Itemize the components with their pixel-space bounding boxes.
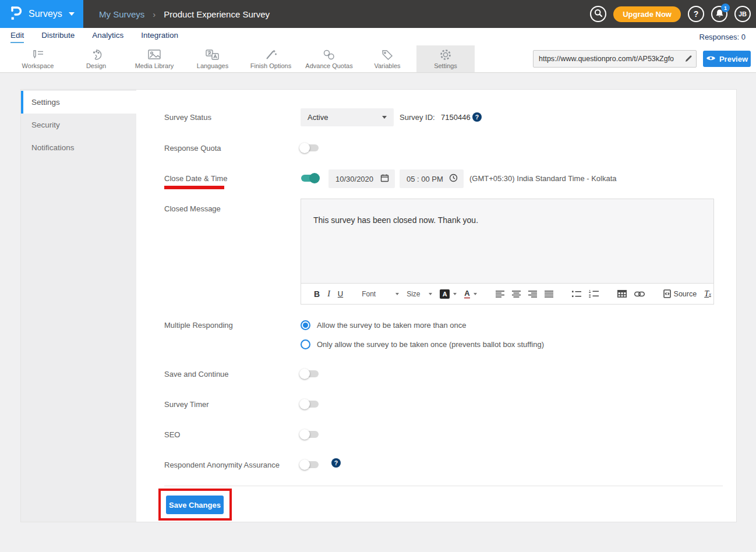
form-divider <box>164 486 723 486</box>
tab-distribute[interactable]: Distribute <box>41 31 75 43</box>
clock-icon <box>449 174 458 185</box>
notification-count-badge: 1 <box>721 3 730 12</box>
edit-toolbar: Workspace Design Media Library Languages <box>0 45 756 73</box>
survey-timer-label: Survey Timer <box>164 400 209 409</box>
close-date-toggle[interactable] <box>299 172 320 184</box>
user-avatar[interactable]: JB <box>734 6 751 22</box>
toolbar-item-variables[interactable]: Variables <box>358 45 416 72</box>
survey-timer-toggle[interactable] <box>299 398 320 410</box>
product-switcher[interactable]: Surveys <box>0 0 83 28</box>
toolbar-item-finish-options[interactable]: Finish Options <box>242 45 300 72</box>
survey-id-value: 7150446 <box>441 113 471 122</box>
sidebar-item-settings[interactable]: Settings <box>21 91 136 114</box>
align-left-icon[interactable] <box>496 291 504 298</box>
tab-analytics[interactable]: Analytics <box>92 31 123 43</box>
align-right-icon[interactable] <box>528 291 537 298</box>
closed-message-editor: This survey has been closed now. Thank y… <box>301 199 714 305</box>
remove-format-button[interactable]: Tx <box>704 289 711 299</box>
close-date-value: 10/30/2020 <box>335 175 373 183</box>
annotation-box <box>158 489 232 521</box>
tab-edit[interactable]: Edit <box>10 31 24 43</box>
survey-url-input[interactable] <box>534 55 681 63</box>
edit-url-pencil-icon[interactable] <box>681 55 696 63</box>
response-quota-label: Response Quota <box>164 144 221 153</box>
seo-toggle[interactable] <box>299 429 320 440</box>
sidebar-item-notifications[interactable]: Notifications <box>21 136 136 159</box>
toolbar-item-settings[interactable]: Settings <box>416 45 475 72</box>
toolbar-item-workspace[interactable]: Workspace <box>9 45 67 72</box>
insert-table-icon[interactable] <box>617 290 627 298</box>
toolbar-item-label: Advance Quotas <box>305 62 352 69</box>
underline-button[interactable]: U <box>338 289 343 298</box>
response-quota-toggle[interactable] <box>299 142 320 154</box>
toolbar-item-label: Media Library <box>135 62 174 69</box>
chevron-down-icon <box>429 293 432 295</box>
survey-id-label: Survey ID: <box>400 113 435 122</box>
closed-message-textarea[interactable]: This survey has been closed now. Thank y… <box>301 199 713 283</box>
toolbar-item-design[interactable]: Design <box>67 45 125 72</box>
gear-icon <box>439 49 452 61</box>
size-dropdown[interactable]: Size <box>407 290 432 298</box>
close-date-field[interactable]: 10/30/2020 <box>328 169 395 188</box>
tab-integration[interactable]: Integration <box>141 31 178 43</box>
background-color-button[interactable]: A <box>440 289 457 299</box>
toolbar-item-label: Settings <box>434 62 457 69</box>
preview-label: Preview <box>719 55 748 63</box>
image-icon <box>147 49 161 61</box>
respondent-anonymity-toggle[interactable] <box>299 459 320 470</box>
text-color-button[interactable]: A <box>464 289 476 299</box>
toolbar-item-media-library[interactable]: Media Library <box>125 45 183 72</box>
preview-button[interactable]: Preview <box>703 51 751 67</box>
breadcrumb-my-surveys[interactable]: My Surveys <box>99 9 144 19</box>
translate-icon <box>205 49 220 61</box>
closed-message-label: Closed Message <box>164 204 221 213</box>
bg-color-icon: A <box>440 289 450 299</box>
italic-button[interactable]: I <box>327 289 330 299</box>
bulleted-list-icon[interactable] <box>572 291 581 298</box>
palette-icon <box>90 49 103 61</box>
notifications-button[interactable]: 1 <box>711 6 727 22</box>
workspace-icon <box>31 49 44 61</box>
settings-panel: Settings Security Notifications Survey S… <box>20 89 737 522</box>
product-name: Surveys <box>29 9 62 19</box>
respondent-anonymity-label: Respondent Anonymity Assurance <box>164 461 280 469</box>
survey-status-select[interactable]: Active <box>301 108 394 126</box>
chain-links-icon <box>322 49 336 61</box>
magic-wand-icon <box>264 49 277 61</box>
toolbar-item-advance-quotas[interactable]: Advance Quotas <box>300 45 358 72</box>
sidebar-item-security[interactable]: Security <box>21 114 136 136</box>
upgrade-now-button[interactable]: Upgrade Now <box>613 6 681 22</box>
align-center-icon[interactable] <box>512 291 521 298</box>
radio-multiple-allowed[interactable] <box>301 320 310 330</box>
main-tab-bar: Edit Distribute Analytics Integration Re… <box>0 28 756 45</box>
settings-sidebar: Settings Security Notifications <box>21 90 136 522</box>
radio-multiple-allowed-label[interactable]: Allow the survey to be taken more than o… <box>317 321 467 330</box>
toolbar-item-languages[interactable]: Languages <box>183 45 242 72</box>
survey-id-help-icon[interactable]: ? <box>472 112 482 122</box>
close-time-value: 05 : 00 PM <box>407 175 443 183</box>
close-date-time-label: Close Date & Time <box>164 174 227 183</box>
insert-link-icon[interactable] <box>634 291 645 297</box>
tag-icon <box>381 49 394 61</box>
radio-once-only-label[interactable]: Only allow the survey to be taken once (… <box>317 340 544 349</box>
radio-once-only[interactable] <box>301 339 310 349</box>
top-header: Surveys My Surveys › Product Experience … <box>0 0 756 28</box>
save-and-continue-toggle[interactable] <box>299 368 320 380</box>
help-button[interactable]: ? <box>688 6 704 22</box>
timezone-text: (GMT+05:30) India Standard Time - Kolkat… <box>469 174 617 183</box>
source-button[interactable]: Source <box>663 289 697 298</box>
chevron-down-icon <box>69 12 75 16</box>
toolbar-item-label: Languages <box>197 62 228 69</box>
respondent-anonymity-help-icon[interactable]: ? <box>331 458 341 468</box>
chevron-down-icon <box>453 293 457 295</box>
search-button[interactable] <box>590 6 606 22</box>
justify-icon[interactable] <box>545 291 553 298</box>
bold-button[interactable]: B <box>314 289 320 299</box>
responses-count[interactable]: Responses: 0 <box>700 28 746 45</box>
font-dropdown[interactable]: Font <box>362 290 399 298</box>
toolbar-item-label: Workspace <box>22 62 54 69</box>
close-time-field[interactable]: 05 : 00 PM <box>400 169 464 188</box>
numbered-list-icon[interactable] <box>589 290 599 298</box>
multiple-responding-label: Multiple Responding <box>164 321 233 330</box>
rich-text-toolbar: B I U Font Size A A <box>301 283 713 304</box>
